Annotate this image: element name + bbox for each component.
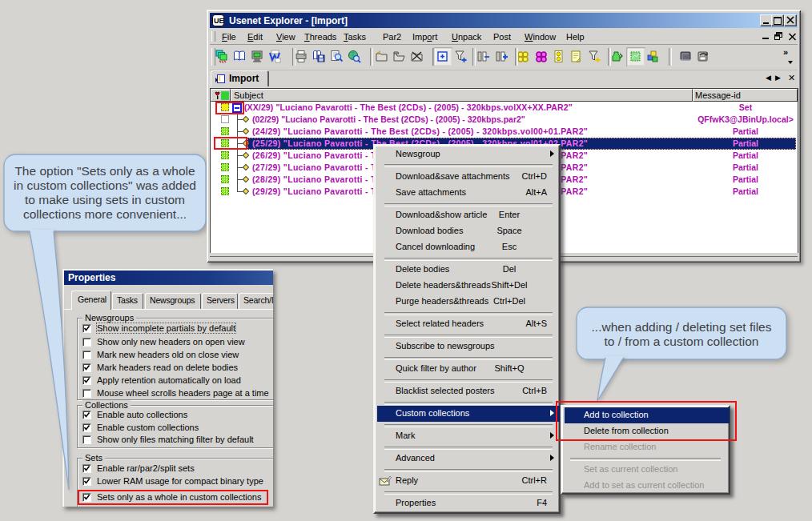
svg-text:»: » [783,47,788,57]
svg-text:UE: UE [214,17,224,25]
